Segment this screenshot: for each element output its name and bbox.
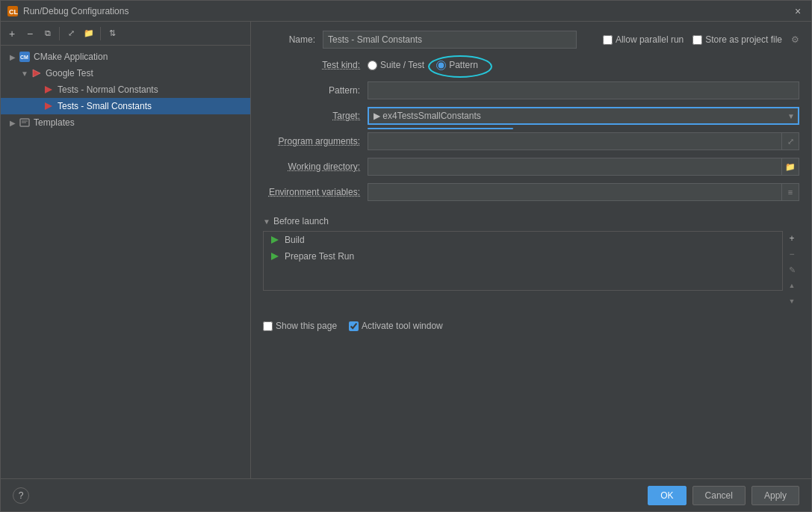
target-select[interactable]: ▶ ex4TestsSmallConstants xyxy=(368,107,799,125)
name-row: Name: Allow parallel run Store as projec… xyxy=(263,31,799,49)
cancel-button[interactable]: Cancel xyxy=(692,486,746,505)
left-toolbar: + − ⧉ ⤢ 📁 ⇅ xyxy=(1,22,250,46)
templates-label: Templates xyxy=(34,117,75,128)
program-args-expand-button[interactable]: ⤢ xyxy=(781,132,799,150)
svg-marker-7 xyxy=(45,102,52,110)
test-normal-icon xyxy=(43,84,55,96)
program-args-label: Program arguments: xyxy=(263,136,368,146)
svg-marker-13 xyxy=(271,253,276,260)
tree-item-cmake[interactable]: ▶ CM CMake Application xyxy=(1,49,250,65)
before-launch-items: Build Prepare Test Run xyxy=(263,231,783,291)
svg-text:CM: CM xyxy=(20,55,28,60)
prepare-label: Prepare Test Run xyxy=(285,251,354,262)
pattern-row: Pattern: xyxy=(263,81,799,99)
footer: ? OK Cancel Apply xyxy=(1,478,811,511)
pattern-option: Pattern xyxy=(436,60,478,70)
pattern-radio[interactable] xyxy=(436,61,446,70)
name-input[interactable] xyxy=(323,31,577,49)
dialog-icon: CL xyxy=(7,5,19,17)
templates-expand-arrow: ▶ xyxy=(7,117,19,129)
allow-parallel-run-label[interactable]: Allow parallel run xyxy=(603,34,684,45)
before-launch-up-button[interactable]: ▲ xyxy=(784,278,799,293)
pattern-input[interactable] xyxy=(368,81,799,99)
before-launch-label: Before launch xyxy=(273,216,329,226)
activate-tool-window-checkbox[interactable] xyxy=(349,321,359,331)
gtest-icon xyxy=(31,67,43,79)
before-launch-edit-button[interactable]: ✎ xyxy=(784,262,799,277)
svg-text:CL: CL xyxy=(9,8,18,16)
test-kind-label: Test kind: xyxy=(263,60,368,70)
add-config-button[interactable]: + xyxy=(4,25,20,42)
before-launch-header: ▼ Before launch xyxy=(263,216,799,226)
working-dir-wrapper: 📁 xyxy=(368,158,799,176)
toolbar-separator-1 xyxy=(59,27,60,40)
working-dir-row: Working directory: 📁 xyxy=(263,158,799,176)
folder-button[interactable]: 📁 xyxy=(81,25,97,42)
ok-button[interactable]: OK xyxy=(648,486,686,505)
svg-marker-12 xyxy=(271,236,279,244)
env-vars-wrapper: ≡ xyxy=(368,183,799,201)
suite-test-radio[interactable] xyxy=(368,61,377,70)
sort-button[interactable]: ⇅ xyxy=(104,25,120,42)
cmake-expand-arrow: ▶ xyxy=(7,51,19,63)
svg-marker-14 xyxy=(276,255,279,258)
test-kind-row: Test kind: Suite / Test Pattern xyxy=(263,56,799,74)
store-as-project-file-checkbox[interactable] xyxy=(692,35,702,45)
prepare-icon xyxy=(270,251,280,262)
cmake-label: CMake Application xyxy=(34,52,108,62)
left-panel: + − ⧉ ⤢ 📁 ⇅ ▶ CM xyxy=(1,22,251,478)
activate-tool-window-label[interactable]: Activate tool window xyxy=(349,321,443,331)
program-args-row: Program arguments: ⤢ xyxy=(263,132,799,150)
tree-item-tests-small[interactable]: ▶ Tests - Small Constants xyxy=(1,98,250,114)
build-label: Build xyxy=(285,235,305,245)
dialog-title: Run/Debug Configurations xyxy=(23,6,790,16)
allow-parallel-run-checkbox[interactable] xyxy=(603,35,613,45)
before-launch-down-button[interactable]: ▼ xyxy=(784,294,799,309)
templates-icon xyxy=(19,117,31,129)
copy-config-button[interactable]: ⧉ xyxy=(40,25,56,42)
env-vars-edit-button[interactable]: ≡ xyxy=(781,183,799,201)
svg-marker-4 xyxy=(33,70,40,77)
gtest-label: Google Test xyxy=(46,68,93,78)
before-launch-collapse[interactable]: ▼ xyxy=(263,218,270,226)
before-launch-add-button[interactable]: + xyxy=(784,231,799,246)
gtest-expand-arrow: ▼ xyxy=(19,67,31,79)
store-as-project-file-label[interactable]: Store as project file xyxy=(692,34,782,45)
before-launch-list: Build Prepare Test Run xyxy=(263,231,799,309)
show-page-checkbox[interactable] xyxy=(263,321,273,331)
before-launch-toolbar: + − ✎ ▲ ▼ xyxy=(783,231,799,309)
remove-config-button[interactable]: − xyxy=(22,25,38,42)
test-small-icon xyxy=(43,100,55,112)
pattern-radio-label[interactable]: Pattern xyxy=(436,60,478,70)
name-label: Name: xyxy=(263,34,323,45)
tree-item-templates[interactable]: ▶ Templates xyxy=(1,114,250,131)
program-args-input[interactable] xyxy=(368,132,781,150)
pattern-label: Pattern: xyxy=(263,85,368,96)
before-launch-remove-button[interactable]: − xyxy=(784,247,799,262)
close-button[interactable]: × xyxy=(790,4,805,19)
build-item[interactable]: Build xyxy=(264,232,782,248)
tree-item-tests-normal[interactable]: ▶ Tests - Normal Constants xyxy=(1,81,250,98)
gear-icon[interactable]: ⚙ xyxy=(791,34,799,45)
bottom-options: Show this page Activate tool window xyxy=(263,321,799,331)
move-config-button[interactable]: ⤢ xyxy=(63,25,79,42)
env-vars-input[interactable] xyxy=(368,183,781,201)
cmake-icon: CM xyxy=(19,51,31,63)
working-dir-input[interactable] xyxy=(368,158,781,176)
suite-test-radio-label[interactable]: Suite / Test xyxy=(368,60,424,70)
target-row: Target: ▶ ex4TestsSmallConstants ▼ xyxy=(263,107,799,125)
help-button[interactable]: ? xyxy=(13,487,29,504)
tree-item-google-test[interactable]: ▼ Google Test xyxy=(1,65,250,81)
tests-small-label: Tests - Small Constants xyxy=(58,101,152,111)
tests-normal-label: Tests - Normal Constants xyxy=(58,84,158,95)
program-args-wrapper: ⤢ xyxy=(368,132,799,150)
env-vars-label: Environment variables: xyxy=(263,187,368,197)
before-launch-section: ▼ Before launch Build xyxy=(263,216,799,309)
test-kind-options: Suite / Test Pattern xyxy=(368,60,478,70)
run-debug-configurations-dialog: CL Run/Debug Configurations × + − ⧉ ⤢ 📁 … xyxy=(0,0,812,512)
apply-button[interactable]: Apply xyxy=(751,486,799,505)
working-dir-label: Working directory: xyxy=(263,161,368,172)
prepare-test-item[interactable]: Prepare Test Run xyxy=(264,248,782,265)
working-dir-browse-button[interactable]: 📁 xyxy=(781,158,799,176)
show-page-label[interactable]: Show this page xyxy=(263,321,337,331)
